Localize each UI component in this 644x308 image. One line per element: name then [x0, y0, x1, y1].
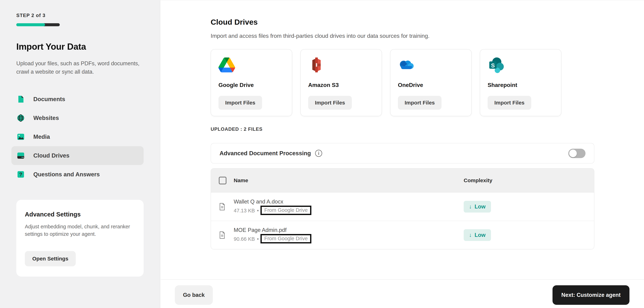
provider-name: Google Drive [218, 82, 284, 88]
go-back-button[interactable]: Go back [175, 285, 213, 305]
page-description: Upload your files, such as PDFs, word do… [16, 59, 140, 76]
file-meta: 90.66 KB • From Google Drive [234, 235, 464, 243]
hard-drive-icon [17, 152, 25, 160]
sharepoint-logo: S [488, 57, 504, 73]
advanced-processing-toggle[interactable] [568, 149, 586, 158]
select-all-checkbox[interactable] [219, 177, 226, 184]
import-data-screen: STEP 2 of 3 Import Your Data Upload your… [0, 0, 644, 308]
sidebar-item-websites[interactable]: Websites [11, 109, 144, 127]
file-meta: 47.13 KB • From Google Drive [234, 206, 464, 215]
file-name: MOE Page Admin.pdf [234, 227, 464, 233]
file-size: 47.13 KB [234, 208, 255, 214]
onedrive-logo [398, 57, 414, 73]
sidebar-item-questions-answers[interactable]: ? Questions and Answers [11, 165, 144, 184]
column-header-complexity: Complexity [464, 177, 492, 183]
info-circle-icon[interactable]: i [315, 150, 322, 157]
toggle-knob [569, 150, 577, 157]
section-title: Cloud Drives [211, 18, 594, 27]
advanced-document-processing-label: Advanced Document Processing [220, 150, 311, 157]
sidebar-item-media[interactable]: Media [11, 127, 144, 146]
sidebar-item-label: Websites [33, 115, 59, 121]
advanced-document-processing-row: Advanced Document Processing i [211, 143, 594, 164]
sidebar-item-label: Questions and Answers [33, 171, 100, 178]
uploaded-count-label: UPLOADED : 2 FILES [211, 127, 594, 132]
complexity-value: Low [475, 203, 486, 210]
arrow-down-icon: ↓ [469, 232, 472, 238]
sidebar-item-label: Documents [33, 96, 65, 103]
document-icon [17, 95, 25, 103]
progress-fill [16, 23, 45, 26]
import-files-button-google-drive[interactable]: Import Files [218, 96, 262, 110]
advanced-settings-card: Advanced Settings Adjust embedding model… [16, 200, 144, 276]
provider-name: Sharepoint [488, 82, 554, 88]
annotation-box: From Google Drive [260, 234, 311, 243]
amazon-s3-logo [308, 57, 325, 73]
advanced-settings-description: Adjust embedding model, chunk, and reran… [25, 223, 135, 238]
file-source: From Google Drive [264, 207, 308, 213]
column-header-name: Name [234, 177, 248, 183]
bullet-separator: • [257, 208, 259, 214]
google-drive-logo [218, 57, 235, 73]
open-settings-button[interactable]: Open Settings [25, 251, 76, 266]
page-title: Import Your Data [16, 42, 148, 52]
globe-icon [17, 114, 25, 122]
table-row[interactable]: MOE Page Admin.pdf 90.66 KB • From Googl… [211, 221, 594, 249]
import-files-button-sharepoint[interactable]: Import Files [488, 96, 531, 110]
uploaded-files-table: Name Complexity Wallet Q and A.docx 47.1… [211, 168, 594, 249]
arrow-down-icon: ↓ [469, 203, 472, 210]
bullet-separator: • [257, 236, 259, 242]
svg-text:?: ? [19, 172, 22, 177]
provider-card-sharepoint: S Sharepoint Import Files [480, 49, 561, 116]
provider-card-onedrive: OneDrive Import Files [390, 49, 472, 116]
sidebar-item-label: Media [33, 133, 50, 140]
complexity-value: Low [475, 232, 486, 238]
file-name: Wallet Q and A.docx [234, 198, 464, 205]
provider-name: Amazon S3 [308, 82, 374, 88]
next-customize-agent-button[interactable]: Next: Customize agent [552, 285, 630, 305]
svg-text:S: S [491, 62, 495, 69]
advanced-settings-title: Advanced Settings [25, 211, 135, 218]
file-document-icon [219, 231, 226, 239]
question-mark-icon: ? [17, 170, 25, 178]
import-files-button-amazon-s3[interactable]: Import Files [308, 96, 352, 110]
sidebar: STEP 2 of 3 Import Your Data Upload your… [0, 0, 160, 308]
complexity-badge: ↓ Low [464, 229, 491, 241]
complexity-badge: ↓ Low [464, 201, 491, 213]
file-source: From Google Drive [264, 236, 308, 241]
section-subtitle: Import and access files from third-parti… [211, 33, 594, 39]
footer-bar: Go back Next: Customize agent [161, 279, 644, 308]
data-source-menu: Documents Websites Media Cloud Drives [11, 90, 144, 184]
sidebar-item-label: Cloud Drives [33, 152, 70, 159]
media-icon [17, 133, 25, 141]
file-size: 90.66 KB [234, 236, 255, 242]
sidebar-item-cloud-drives[interactable]: Cloud Drives [11, 146, 144, 165]
step-indicator: STEP 2 of 3 [16, 13, 148, 18]
sidebar-item-documents[interactable]: Documents [11, 90, 144, 109]
table-row[interactable]: Wallet Q and A.docx 47.13 KB • From Goog… [211, 192, 594, 221]
annotation-box: From Google Drive [260, 206, 311, 215]
progress-bar [16, 23, 60, 26]
provider-card-amazon-s3: Amazon S3 Import Files [300, 49, 382, 116]
main-content: Cloud Drives Import and access files fro… [211, 11, 594, 249]
file-document-icon [219, 203, 226, 211]
provider-cards: Google Drive Import Files Amazon S3 Impo… [211, 49, 594, 116]
table-header-row: Name Complexity [211, 169, 594, 192]
provider-card-google-drive: Google Drive Import Files [211, 49, 292, 116]
provider-name: OneDrive [398, 82, 464, 88]
import-files-button-onedrive[interactable]: Import Files [398, 96, 442, 110]
